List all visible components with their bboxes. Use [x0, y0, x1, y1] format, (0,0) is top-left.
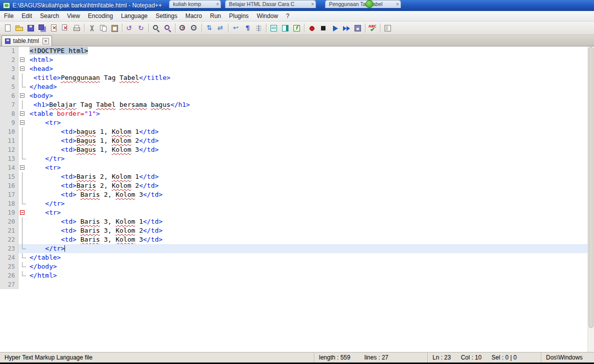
fold-margin[interactable]	[18, 208, 28, 217]
code-text[interactable]: </table>	[28, 253, 594, 262]
menu-settings[interactable]: Settings	[152, 11, 181, 21]
code-line[interactable]: 24</table>	[0, 253, 594, 262]
user-define-dialog-button[interactable]	[268, 22, 280, 34]
fold-collapse-icon[interactable]	[20, 66, 24, 71]
doc-map-button[interactable]	[280, 22, 291, 34]
code-line[interactable]: 1<!DOCTYPE html>	[0, 46, 594, 55]
copy-button[interactable]	[98, 22, 109, 34]
fold-margin[interactable]	[18, 64, 28, 73]
sync-scroll-vertical-button[interactable]	[204, 22, 215, 34]
code-text[interactable]: <title>Penggunaan Tag Tabel</title>	[28, 73, 594, 82]
macro-play-button[interactable]	[329, 22, 340, 34]
code-text[interactable]: <tr>	[28, 163, 594, 172]
browser-tab[interactable]: Penggunaan Tag Tabel×	[325, 0, 401, 8]
menu-edit[interactable]: Edit	[18, 11, 36, 21]
code-text[interactable]: <td>Bagus 1, Kolom 2</td>	[28, 136, 594, 145]
code-text[interactable]: <td> Baris 3, Kolom 1</td>	[28, 217, 594, 226]
code-line[interactable]: 16 <td>Baris 2, Kolom 2</td>	[0, 181, 594, 190]
code-line[interactable]: 8<table border="1">	[0, 109, 594, 118]
code-line[interactable]: 7 <h1>Belajar Tag Tabel bersama bagus</h…	[0, 100, 594, 109]
code-text[interactable]: <head>	[28, 64, 594, 73]
code-text[interactable]: </body>	[28, 262, 594, 271]
close-all-button[interactable]	[60, 22, 71, 34]
menu-language[interactable]: Language	[117, 11, 152, 21]
browser-tab[interactable]: kuliah komp×	[169, 0, 221, 8]
code-line[interactable]: 22 <td> Baris 3, Kolom 3</td>	[0, 235, 594, 244]
code-line[interactable]: 12 <td>Bagus 1, Kolom 3</td>	[0, 145, 594, 154]
code-line[interactable]: 4 <title>Penggunaan Tag Tabel</title>	[0, 73, 594, 82]
menu-view[interactable]: View	[63, 11, 84, 21]
code-line[interactable]: 20 <td> Baris 3, Kolom 1</td>	[0, 217, 594, 226]
vertical-scrollbar[interactable]	[588, 46, 594, 352]
code-text[interactable]	[28, 280, 594, 289]
code-line[interactable]: 19 <tr>	[0, 208, 594, 217]
menu-search[interactable]: Search	[36, 11, 63, 21]
fold-collapse-icon[interactable]	[20, 210, 24, 215]
undo-button[interactable]	[124, 22, 136, 34]
tab-close-icon[interactable]: ×	[42, 38, 49, 44]
code-line[interactable]: 13 </tr>	[0, 154, 594, 163]
browser-tab[interactable]: Belajar HTML Dasar Cara C×	[225, 0, 316, 8]
code-line[interactable]: 5</head>	[0, 82, 594, 91]
menu-help[interactable]: ?	[282, 11, 294, 21]
code-line[interactable]: 27	[0, 280, 594, 289]
code-line[interactable]: 23 </tr>	[0, 244, 594, 253]
tab-table-html[interactable]: table.html ×	[2, 35, 52, 46]
close-button[interactable]	[48, 22, 60, 34]
close-icon[interactable]: ×	[396, 0, 399, 8]
fold-collapse-icon[interactable]	[20, 57, 24, 62]
code-line[interactable]: 14 <tr>	[0, 163, 594, 172]
function-list-button[interactable]	[291, 22, 302, 34]
status-eol-pane[interactable]: Dos\Windows	[541, 353, 594, 363]
macro-stop-button[interactable]	[318, 22, 329, 34]
code-text[interactable]: <html>	[28, 55, 594, 64]
code-text[interactable]: </tr>	[28, 154, 594, 163]
code-text[interactable]: <td> Baris 3, Kolom 2</td>	[28, 226, 594, 235]
macro-record-button[interactable]	[306, 22, 318, 34]
cut-button[interactable]	[86, 22, 98, 34]
code-text[interactable]: <tr>	[28, 118, 594, 127]
code-text[interactable]: <!DOCTYPE html>	[28, 46, 594, 55]
open-button[interactable]	[14, 22, 25, 34]
fold-collapse-icon[interactable]	[20, 93, 24, 98]
fold-margin[interactable]	[18, 109, 28, 118]
code-text[interactable]: </tr>	[28, 199, 594, 208]
fold-collapse-icon[interactable]	[20, 120, 24, 125]
code-text[interactable]: <table border="1">	[28, 109, 594, 118]
code-line[interactable]: 21 <td> Baris 3, Kolom 2</td>	[0, 226, 594, 235]
code-text[interactable]: <td> Baris 3, Kolom 3</td>	[28, 235, 594, 244]
menu-file[interactable]: File	[0, 11, 18, 21]
code-text[interactable]: </html>	[28, 271, 594, 280]
code-text[interactable]: </head>	[28, 82, 594, 91]
scrollbar-thumb[interactable]	[588, 47, 594, 328]
editor[interactable]: 1<!DOCTYPE html>2<html>3<head>4 <title>P…	[0, 46, 594, 352]
code-line[interactable]: 10 <td>bagus 1, Kolom 1</td>	[0, 127, 594, 136]
word-wrap-button[interactable]	[230, 22, 242, 34]
macro-save-button[interactable]	[352, 22, 364, 34]
code-text[interactable]: <td>bagus 1, Kolom 1</td>	[28, 127, 594, 136]
fold-margin[interactable]	[18, 163, 28, 172]
spell-check-button[interactable]	[367, 22, 378, 34]
menu-run[interactable]: Run	[206, 11, 225, 21]
code-text[interactable]: <tr>	[28, 208, 594, 217]
new-file-button[interactable]	[2, 22, 14, 34]
code-line[interactable]: 6<body>	[0, 91, 594, 100]
panels-button[interactable]	[382, 22, 394, 34]
replace-button[interactable]	[162, 22, 174, 34]
menu-window[interactable]: Window	[252, 11, 282, 21]
code-line[interactable]: 11 <td>Bagus 1, Kolom 2</td>	[0, 136, 594, 145]
menu-encoding[interactable]: Encoding	[84, 11, 117, 21]
code-text[interactable]: <td>Bagus 1, Kolom 3</td>	[28, 145, 594, 154]
menu-macro[interactable]: Macro	[182, 11, 206, 21]
code-line[interactable]: 3<head>	[0, 64, 594, 73]
code-line[interactable]: 18 </tr>	[0, 199, 594, 208]
fold-collapse-icon[interactable]	[20, 111, 24, 116]
fold-margin[interactable]	[18, 91, 28, 100]
indent-guide-button[interactable]	[253, 22, 264, 34]
fold-collapse-icon[interactable]	[20, 165, 24, 170]
code-text[interactable]: <h1>Belajar Tag Tabel bersama bagus</h1>	[28, 100, 594, 109]
fold-margin[interactable]	[18, 55, 28, 64]
code-line[interactable]: 2<html>	[0, 55, 594, 64]
menu-plugins[interactable]: Plugins	[225, 11, 252, 21]
save-button[interactable]	[25, 22, 36, 34]
